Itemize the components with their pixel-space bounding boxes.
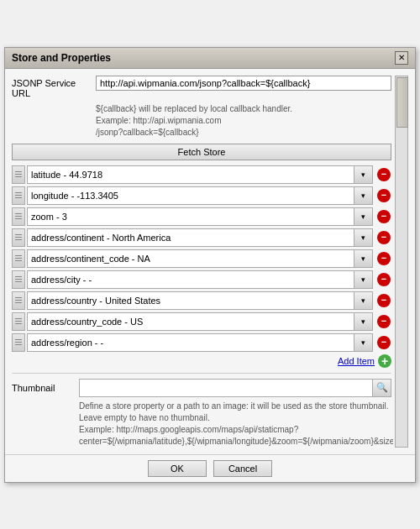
fetch-store-button[interactable]: Fetch Store [12,144,391,160]
remove-button[interactable]: − [376,230,391,245]
list-item: ▾ − [12,270,391,289]
dialog-title: Store and Properties [12,52,111,64]
remove-button[interactable]: − [376,167,391,182]
item-input[interactable] [27,312,354,331]
scrollable-content[interactable]: JSONP Service URL ${callback} will be re… [12,76,393,448]
list-item: ▾ − [12,207,391,226]
list-item: ▾ − [12,291,391,310]
drag-handle[interactable] [12,333,25,352]
dialog-footer: OK Cancel [5,454,415,482]
add-item-row: Add Item + [12,354,391,368]
remove-button[interactable]: − [376,293,391,308]
search-icon: 🔍 [376,382,388,393]
items-list: ▾ − [12,165,391,352]
dropdown-button[interactable]: ▾ [354,165,373,184]
list-item: ▾ − [12,249,391,268]
add-item-link[interactable]: Add Item [338,356,375,366]
remove-button[interactable]: − [376,188,391,203]
drag-handle[interactable] [12,165,25,184]
ok-button[interactable]: OK [148,460,207,477]
url-input[interactable] [96,76,391,91]
store-and-properties-dialog: Store and Properties ✕ JSONP Service URL… [4,47,416,483]
drag-handle[interactable] [12,249,25,268]
title-bar: Store and Properties ✕ [5,48,415,69]
thumbnail-section: Thumbnail 🔍 Define a store property or a… [12,373,391,448]
drag-handle[interactable] [12,186,25,205]
dropdown-button[interactable]: ▾ [354,291,373,310]
item-input[interactable] [27,165,354,184]
scrollbar-thumb[interactable] [396,77,408,128]
dropdown-button[interactable]: ▾ [354,186,373,205]
scrollbar[interactable] [395,76,408,448]
drag-handle[interactable] [12,207,25,226]
drag-handle[interactable] [12,270,25,289]
dropdown-button[interactable]: ▾ [354,270,373,289]
url-section: JSONP Service URL [12,76,391,98]
thumbnail-input-wrap: 🔍 [79,379,391,397]
add-item-icon[interactable]: + [378,354,391,368]
item-input[interactable] [27,291,354,310]
thumbnail-label: Thumbnail [12,383,79,393]
drag-handle[interactable] [12,228,25,247]
thumbnail-row: Thumbnail 🔍 [12,379,391,397]
dropdown-button[interactable]: ▾ [354,312,373,331]
url-hint: ${callback} will be replaced by local ca… [96,103,391,139]
remove-button[interactable]: − [376,335,391,350]
cancel-button[interactable]: Cancel [213,460,272,477]
dropdown-button[interactable]: ▾ [354,207,373,226]
dialog-body: JSONP Service URL ${callback} will be re… [5,69,415,454]
close-button[interactable]: ✕ [395,51,408,65]
dropdown-button[interactable]: ▾ [354,249,373,268]
list-item: ▾ − [12,228,391,247]
list-item: ▾ − [12,186,391,205]
thumbnail-input[interactable] [79,379,373,397]
dropdown-button[interactable]: ▾ [354,228,373,247]
remove-button[interactable]: − [376,314,391,329]
item-input[interactable] [27,207,354,226]
dropdown-button[interactable]: ▾ [354,333,373,352]
item-input[interactable] [27,270,354,289]
remove-button[interactable]: − [376,209,391,224]
remove-button[interactable]: − [376,251,391,266]
url-label: JSONP Service URL [12,76,96,98]
drag-handle[interactable] [12,312,25,331]
item-input[interactable] [27,249,354,268]
item-input[interactable] [27,333,354,352]
list-item: ▾ − [12,333,391,352]
search-button[interactable]: 🔍 [373,379,391,397]
drag-handle[interactable] [12,291,25,310]
list-item: ▾ − [12,312,391,331]
item-input[interactable] [27,186,354,205]
remove-button[interactable]: − [376,272,391,287]
content-area: JSONP Service URL ${callback} will be re… [12,76,393,448]
list-item: ▾ − [12,165,391,184]
item-input[interactable] [27,228,354,247]
thumbnail-hint: Define a store property or a path to an … [79,401,391,448]
